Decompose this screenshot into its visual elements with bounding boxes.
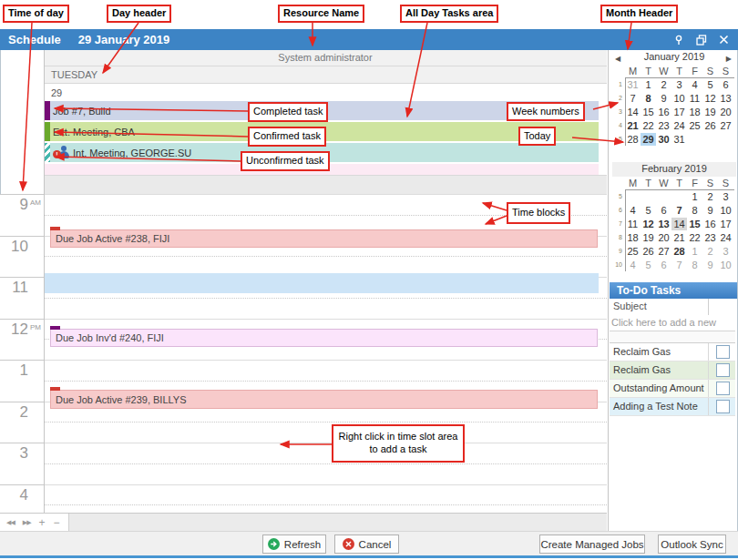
calendar-day[interactable]: 20: [718, 106, 733, 118]
calendar-day[interactable]: 3: [718, 190, 733, 203]
calendar-day[interactable]: 13: [718, 92, 733, 105]
calendar-day[interactable]: 25: [687, 119, 702, 132]
calendar-day[interactable]: 27: [718, 119, 733, 132]
todo-subject-column[interactable]: Subject: [610, 299, 709, 315]
calendar-day[interactable]: 1: [687, 190, 702, 203]
calendar-day[interactable]: 13: [656, 218, 671, 230]
create-managed-jobs-button[interactable]: Create Managed Jobs: [539, 535, 645, 554]
calendar-day[interactable]: 4: [687, 78, 702, 91]
todo-add-row[interactable]: Click here to add a new Task: [610, 315, 735, 331]
outlook-sync-button[interactable]: Outlook Sync: [658, 535, 726, 554]
calendar-day[interactable]: 30: [656, 133, 671, 146]
week-number: 4: [612, 122, 625, 128]
restore-icon[interactable]: [696, 35, 707, 46]
nav-first-icon[interactable]: ◀◀: [6, 519, 15, 526]
calendar-day[interactable]: 31: [671, 133, 687, 146]
calendar-day[interactable]: 8: [687, 204, 702, 217]
cancel-button[interactable]: Cancel: [334, 535, 399, 554]
calendar-day[interactable]: 8: [641, 92, 656, 105]
calendar-day[interactable]: 26: [702, 119, 718, 132]
calendar-day[interactable]: 14: [625, 106, 641, 118]
calendar-day[interactable]: 12: [641, 218, 656, 230]
calendar-day[interactable]: 12: [702, 92, 718, 105]
time-slot-area[interactable]: Due Job Active #238, FIJIDue Job Inv'd #…: [44, 194, 607, 513]
time-block-highlight[interactable]: [45, 273, 599, 293]
todo-checkbox[interactable]: [716, 363, 730, 377]
todo-item[interactable]: Outstanding Amount: [610, 380, 735, 398]
todo-item[interactable]: Reclaim Gas: [610, 361, 735, 380]
calendar-day[interactable]: 11: [687, 92, 702, 105]
event-due_active[interactable]: Due Job Active #239, BILLYS: [50, 390, 598, 409]
calendar-day[interactable]: 17: [671, 106, 687, 118]
calendar-day[interactable]: 7: [625, 92, 641, 105]
zoom-out-icon[interactable]: −: [54, 518, 60, 527]
calendar-day[interactable]: 15: [641, 106, 656, 118]
calendar-day[interactable]: 9: [656, 92, 671, 105]
event-due_invoiced[interactable]: Due Job Inv'd #240, FIJI: [50, 329, 598, 347]
calendar-day[interactable]: 2: [702, 245, 718, 258]
day-header[interactable]: TUESDAY: [44, 66, 607, 84]
pin-icon[interactable]: [673, 35, 684, 46]
calendar-day[interactable]: 15: [687, 218, 702, 230]
calendar-day[interactable]: 2: [656, 78, 671, 91]
calendar-day[interactable]: 14: [671, 218, 687, 230]
calendar-day[interactable]: 18: [687, 106, 702, 118]
calendar-day[interactable]: 9: [702, 204, 718, 217]
calendar-day[interactable]: 19: [702, 106, 718, 118]
calendar-day[interactable]: 16: [702, 218, 718, 230]
calendar-day[interactable]: 22: [687, 231, 702, 244]
calendar-day[interactable]: 25: [625, 245, 641, 258]
calendar-day[interactable]: 3: [718, 245, 733, 258]
todo-item[interactable]: Reclaim Gas: [610, 343, 735, 361]
calendar-day[interactable]: 23: [702, 231, 718, 244]
calendar-day[interactable]: 10: [718, 204, 733, 217]
calendar-day-today[interactable]: 29: [641, 133, 656, 146]
calendar-day[interactable]: 7: [671, 259, 687, 271]
calendar-day[interactable]: 1: [687, 245, 702, 258]
calendar-day[interactable]: 4: [625, 259, 641, 271]
todo-checkbox[interactable]: [716, 345, 730, 359]
calendar-day[interactable]: 21: [671, 231, 687, 244]
refresh-button[interactable]: Refresh: [262, 535, 326, 554]
calendar-day[interactable]: 4: [625, 204, 641, 217]
calendar-day[interactable]: 20: [656, 231, 671, 244]
calendar-day[interactable]: 27: [656, 245, 671, 258]
todo-item[interactable]: Adding a Test Note: [610, 398, 735, 416]
calendar-day[interactable]: 28: [625, 133, 641, 146]
calendar-day[interactable]: 3: [671, 78, 687, 91]
calendar-day[interactable]: 5: [702, 78, 718, 91]
calendar-day[interactable]: 1: [641, 78, 656, 91]
zoom-in-icon[interactable]: +: [39, 518, 46, 527]
calendar-day[interactable]: 22: [641, 119, 656, 132]
calendar-day[interactable]: 8: [687, 259, 702, 271]
calendar-day[interactable]: 5: [641, 259, 656, 271]
calendar-day[interactable]: 19: [641, 231, 656, 244]
event-due_active[interactable]: Due Job Active #238, FIJI: [50, 229, 598, 248]
todo-checkbox[interactable]: [716, 400, 730, 413]
calendar-next-icon[interactable]: ▶: [726, 52, 732, 66]
calendar-prev-icon[interactable]: ◀: [615, 52, 620, 66]
calendar-day[interactable]: 5: [641, 204, 656, 217]
calendar-day[interactable]: 6: [718, 78, 733, 91]
calendar-day[interactable]: 9: [702, 259, 718, 271]
calendar-day[interactable]: 6: [656, 259, 671, 271]
calendar-day[interactable]: 23: [656, 119, 671, 132]
nav-last-icon[interactable]: ▶▶: [23, 519, 31, 526]
calendar-day[interactable]: 21: [625, 119, 641, 132]
todo-checkbox[interactable]: [716, 382, 730, 395]
calendar-day[interactable]: 16: [656, 106, 671, 118]
calendar-day[interactable]: 10: [718, 259, 733, 271]
calendar-day[interactable]: 2: [702, 190, 718, 203]
calendar-day[interactable]: 6: [656, 204, 671, 217]
calendar-day[interactable]: 28: [671, 245, 687, 258]
calendar-day[interactable]: 11: [625, 218, 641, 230]
calendar-day[interactable]: 7: [671, 204, 687, 217]
calendar-day[interactable]: 26: [641, 245, 656, 258]
calendar-day[interactable]: 10: [671, 92, 687, 105]
calendar-day[interactable]: 31: [625, 78, 641, 91]
calendar-day[interactable]: 18: [625, 231, 641, 244]
calendar-day[interactable]: 24: [671, 119, 687, 132]
calendar-day[interactable]: 17: [718, 218, 733, 230]
close-icon[interactable]: [719, 35, 729, 45]
calendar-day[interactable]: 24: [718, 231, 733, 244]
